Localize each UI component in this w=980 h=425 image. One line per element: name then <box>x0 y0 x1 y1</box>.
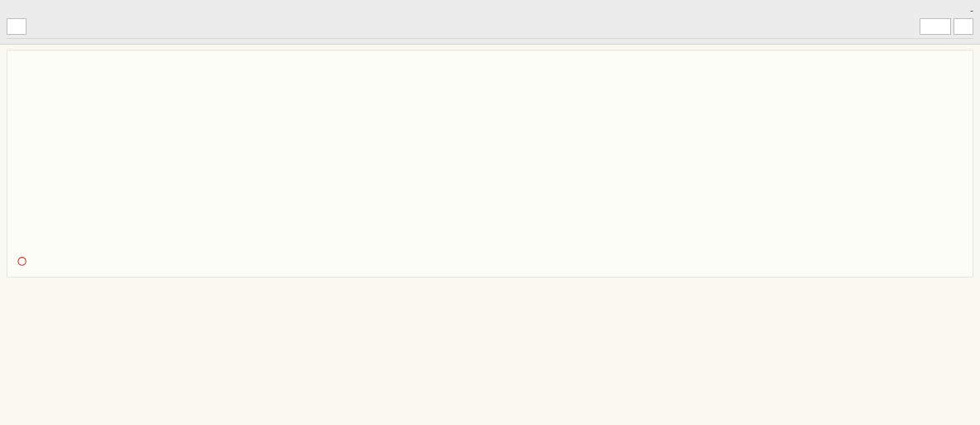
chart-panel: ◯ <box>7 50 973 278</box>
chart-plot <box>51 59 929 249</box>
toolbar: - <box>0 0 980 45</box>
trigger-line: ◯ <box>17 256 969 265</box>
footer-text <box>11 265 969 272</box>
nav-next-button[interactable] <box>954 18 973 35</box>
nav-center-button[interactable] <box>920 18 951 35</box>
nav-prev-button[interactable] <box>7 18 26 35</box>
trigger-icon: ◯ <box>17 256 26 265</box>
date-range: - <box>970 5 973 15</box>
